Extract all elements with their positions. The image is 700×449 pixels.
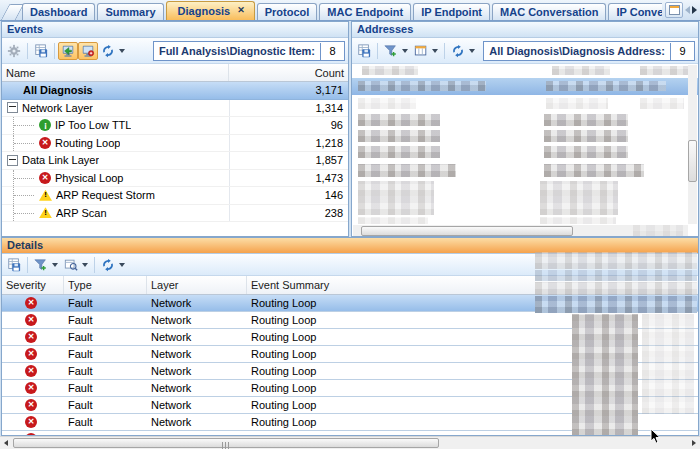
selected-address-row[interactable] bbox=[352, 78, 698, 95]
toolbar-separator bbox=[377, 43, 378, 59]
blurred-text bbox=[535, 270, 697, 281]
scroll-tabs-right-icon[interactable] bbox=[692, 6, 697, 14]
scroll-right-icon[interactable] bbox=[692, 440, 696, 446]
filter-icon[interactable] bbox=[31, 255, 51, 274]
details-type: Fault bbox=[64, 331, 147, 343]
gear-icon[interactable] bbox=[4, 41, 24, 60]
dropdown-caret-icon[interactable] bbox=[52, 263, 58, 267]
events-column-header: Name Count bbox=[2, 64, 348, 82]
mouse-cursor bbox=[650, 428, 661, 445]
filter-icon[interactable] bbox=[381, 41, 401, 60]
refresh-icon[interactable] bbox=[448, 41, 468, 60]
save-icon[interactable] bbox=[354, 41, 374, 60]
diagnosis-count: 1,314 bbox=[315, 102, 348, 114]
column-header-count[interactable]: Count bbox=[229, 64, 348, 81]
dropdown-caret-icon[interactable] bbox=[119, 49, 125, 53]
events-counter: Full Analysis\Diagnostic Item: 8 bbox=[153, 41, 345, 61]
blurred-text bbox=[640, 66, 688, 75]
refresh-icon[interactable] bbox=[98, 255, 118, 274]
events-tree-row[interactable]: All Diagnosis 3,171 bbox=[2, 82, 348, 100]
events-tree-row[interactable]: Physical Loop 1,473 bbox=[2, 170, 348, 188]
refresh-icon[interactable] bbox=[98, 41, 118, 60]
column-header-severity[interactable]: Severity bbox=[2, 276, 64, 294]
tab[interactable]: IP Endpoint ✕ bbox=[413, 3, 490, 20]
blurred-text bbox=[535, 282, 697, 295]
error-icon bbox=[25, 399, 37, 411]
toolbar-separator bbox=[444, 43, 445, 59]
addresses-counter-label: All Diagnosis\Diagnosis Address: bbox=[484, 43, 670, 60]
addresses-vertical-scrollbar[interactable] bbox=[688, 65, 697, 224]
tab[interactable]: Diagnosis ✕ bbox=[166, 1, 255, 20]
scrollbar-thumb[interactable] bbox=[361, 226, 573, 236]
dropdown-caret-icon[interactable] bbox=[432, 49, 438, 53]
details-layer: Network bbox=[147, 399, 247, 411]
blurred-text bbox=[358, 164, 456, 177]
tab-label: Summary bbox=[105, 6, 155, 18]
tab-label: IP Endpoint bbox=[421, 6, 482, 18]
tab[interactable]: MAC Conversation ✕ bbox=[492, 3, 606, 20]
window-list-icon[interactable] bbox=[665, 2, 683, 18]
blurred-text bbox=[552, 66, 610, 75]
diagnosis-count: 96 bbox=[331, 119, 348, 131]
events-tree-row[interactable]: Routing Loop 1,218 bbox=[2, 135, 348, 153]
details-panel: Details Severity Type Layer Event bbox=[1, 237, 699, 436]
diagnosis-count: 1,218 bbox=[315, 137, 348, 149]
addresses-toolbar: All Diagnosis\Diagnosis Address: 9 bbox=[352, 38, 698, 64]
diagnosis-name: All Diagnosis bbox=[23, 84, 93, 96]
events-tree-row[interactable]: IP Too Low TTL 96 bbox=[2, 117, 348, 135]
toolbar-separator bbox=[94, 257, 95, 273]
monitor-red-dot-icon[interactable] bbox=[78, 42, 98, 60]
diagnosis-status-icon bbox=[39, 137, 51, 149]
tab-label: IP Conversation bbox=[616, 6, 662, 18]
diagnosis-name: Physical Loop bbox=[55, 172, 124, 184]
column-settings-icon[interactable] bbox=[411, 41, 431, 60]
scroll-tabs-left-icon[interactable] bbox=[685, 6, 690, 14]
column-header-type[interactable]: Type bbox=[64, 276, 147, 294]
save-icon[interactable] bbox=[31, 41, 51, 60]
blurred-text bbox=[642, 314, 694, 414]
addresses-list-redacted[interactable] bbox=[352, 64, 698, 237]
events-tree-row[interactable]: Network Layer 1,314 bbox=[2, 100, 348, 118]
monitor-green-arrow-icon[interactable] bbox=[58, 42, 78, 60]
dropdown-caret-icon[interactable] bbox=[469, 49, 475, 53]
diagnosis-count: 3,171 bbox=[315, 84, 348, 96]
dropdown-caret-icon[interactable] bbox=[82, 263, 88, 267]
tab[interactable]: IP Conversation ✕ bbox=[608, 3, 662, 20]
scrollbar-thumb[interactable] bbox=[688, 140, 697, 182]
events-tree-row[interactable]: Data Link Layer 1,857 bbox=[2, 152, 348, 170]
scrollbar-thumb[interactable] bbox=[13, 438, 439, 448]
tab[interactable]: Summary ✕ bbox=[97, 3, 163, 20]
column-header-name[interactable]: Name bbox=[2, 64, 229, 81]
details-horizontal-scrollbar[interactable] bbox=[0, 436, 700, 449]
tab-label: Protocol bbox=[265, 6, 310, 18]
locate-icon[interactable] bbox=[61, 255, 81, 274]
events-tree-row[interactable]: ARP Scan 238 bbox=[2, 205, 348, 223]
dropdown-caret-icon[interactable] bbox=[119, 263, 125, 267]
blurred-text bbox=[358, 181, 434, 215]
scroll-left-icon[interactable] bbox=[4, 440, 8, 446]
tab-close-icon[interactable]: ✕ bbox=[237, 6, 245, 15]
dropdown-caret-icon[interactable] bbox=[402, 49, 408, 53]
diagnosis-status-icon bbox=[39, 207, 52, 218]
details-type: Fault bbox=[64, 382, 147, 394]
addresses-horizontal-scrollbar[interactable] bbox=[353, 225, 688, 237]
column-header-layer[interactable]: Layer bbox=[147, 276, 247, 294]
blurred-text bbox=[358, 146, 440, 158]
tree-collapse-icon[interactable] bbox=[7, 102, 18, 113]
diagnosis-name: Data Link Layer bbox=[22, 154, 99, 166]
details-type: Fault bbox=[64, 365, 147, 377]
tree-collapse-icon[interactable] bbox=[7, 155, 18, 166]
tab-label: Diagnosis bbox=[178, 5, 231, 17]
details-layer: Network bbox=[147, 382, 247, 394]
tab[interactable]: Protocol ✕ bbox=[257, 3, 318, 20]
blurred-text bbox=[544, 114, 628, 126]
tab[interactable]: MAC Endpoint ✕ bbox=[319, 3, 411, 20]
save-icon[interactable] bbox=[4, 255, 24, 274]
diagnosis-status-icon bbox=[39, 190, 52, 201]
blurred-text bbox=[572, 314, 638, 435]
error-icon bbox=[25, 314, 37, 326]
tab-strip-decoration bbox=[1, 4, 25, 20]
events-tree-row[interactable]: ARP Request Storm 146 bbox=[2, 187, 348, 205]
error-icon bbox=[25, 331, 37, 343]
tab[interactable]: Dashboard ✕ bbox=[22, 3, 95, 20]
